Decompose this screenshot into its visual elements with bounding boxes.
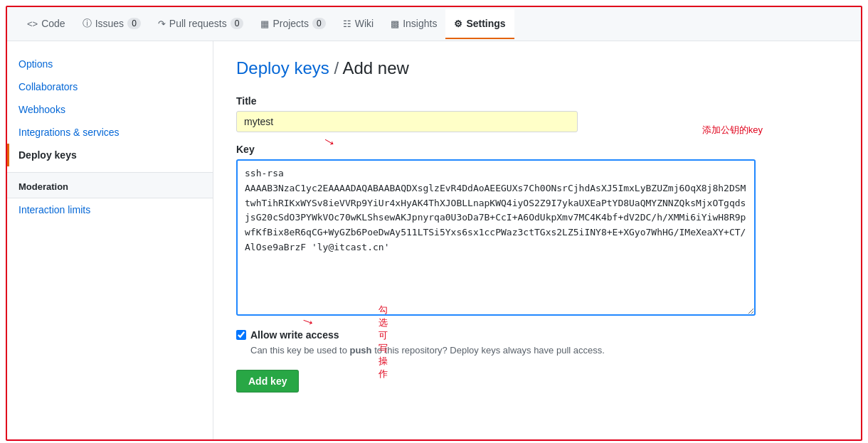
projects-icon: ▦ xyxy=(260,18,269,29)
sidebar-item-deploy-keys[interactable]: Deploy keys xyxy=(7,144,213,166)
title-form-group: Title xyxy=(236,95,831,132)
sidebar-item-integrations[interactable]: Integrations & services xyxy=(7,121,213,144)
insights-icon: ▩ xyxy=(391,18,399,29)
content-area: Deploy keys / Add new Title Key 添加公钥的key… xyxy=(213,41,854,439)
wiki-icon: ☷ xyxy=(343,18,351,29)
tab-settings[interactable]: ⚙ Settings xyxy=(445,9,514,39)
tab-insights[interactable]: ▩ Insights xyxy=(382,9,445,39)
sidebar-section-moderation: Moderation xyxy=(7,172,213,198)
tab-issues[interactable]: ⓘ Issues 0 xyxy=(74,9,149,40)
write-access-checkbox[interactable] xyxy=(236,330,246,340)
sidebar-item-webhooks[interactable]: Webhooks xyxy=(7,98,213,121)
checkbox-help: Can this key be used to push to this rep… xyxy=(250,345,831,356)
projects-badge: 0 xyxy=(312,18,326,29)
code-icon: <> xyxy=(27,18,38,29)
tab-projects[interactable]: ▦ Projects 0 xyxy=(252,9,334,39)
key-textarea[interactable] xyxy=(236,159,756,316)
outer-border: <> Code ⓘ Issues 0 ↷ Pull requests 0 ▦ P… xyxy=(6,6,862,441)
settings-icon: ⚙ xyxy=(454,18,462,29)
key-label: Key xyxy=(236,144,756,155)
write-access-group: 勾选可写操作 → Allow write access Can this key… xyxy=(236,329,831,356)
issues-icon: ⓘ xyxy=(83,17,92,30)
sidebar-item-options[interactable]: Options xyxy=(7,53,213,75)
add-key-button[interactable]: Add key xyxy=(236,370,299,393)
write-access-label[interactable]: Allow write access xyxy=(250,329,339,341)
tab-pull-requests[interactable]: ↷ Pull requests 0 xyxy=(149,9,253,39)
title-label: Title xyxy=(236,95,831,107)
main-content: Options Collaborators Webhooks Integrati… xyxy=(7,41,861,439)
pull-requests-badge: 0 xyxy=(231,18,244,29)
sidebar-item-collaborators[interactable]: Collaborators xyxy=(7,75,213,98)
checkbox-row: Allow write access xyxy=(236,329,339,341)
key-form-group: Key 添加公钥的key → xyxy=(236,144,831,318)
repo-nav: <> Code ⓘ Issues 0 ↷ Pull requests 0 ▦ P… xyxy=(7,7,861,41)
sidebar-item-interaction-limits[interactable]: Interaction limits xyxy=(7,198,213,221)
tab-code[interactable]: <> Code xyxy=(18,9,74,39)
page-title: Deploy keys / Add new xyxy=(236,58,831,78)
sidebar: Options Collaborators Webhooks Integrati… xyxy=(7,41,213,439)
issues-badge: 0 xyxy=(127,18,141,29)
pull-requests-icon: ↷ xyxy=(158,18,166,29)
title-input[interactable] xyxy=(236,111,578,132)
tab-wiki[interactable]: ☷ Wiki xyxy=(334,9,382,39)
